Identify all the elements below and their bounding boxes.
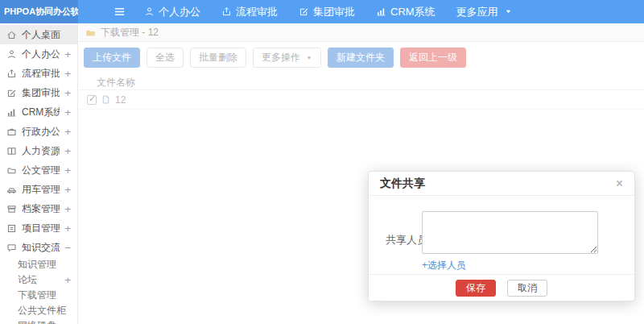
nav-menu-item-label: 集团审批 [313,5,355,19]
book-icon [6,146,17,156]
sidebar-subitem[interactable]: 公共文件柜 [0,303,77,318]
app-window: PHPOA协同办公软件 个人办公 流程审批 [0,0,644,324]
sidebar-item-label: 流程审批 [22,67,60,81]
nav-menu-item-label: 流程审批 [236,5,278,19]
car-icon [6,185,17,195]
sidebar-item[interactable]: 个人办公 + [0,44,77,64]
nav-menu-item[interactable]: 集团审批 [288,0,365,23]
user-icon [144,6,155,17]
sidebar-item[interactable]: 用车管理 + [0,180,77,199]
expand-toggle[interactable]: + [64,222,71,235]
nav-menu-item-label: 更多应用 [456,5,498,19]
file-table-header: 文件名称 [79,75,644,90]
dialog-body: 共享人员 +选择人员 [369,196,634,274]
sidebar-subitem[interactable]: 网络硬盘 [0,318,77,324]
close-icon[interactable]: × [616,177,623,190]
file-icon [101,94,111,105]
edit-icon [6,88,17,98]
edit-icon [299,6,309,17]
arch-icon [6,204,17,214]
sidebar-subitem-label: 论坛 [18,273,60,287]
sidebar-subitem[interactable]: 知识管理 [0,257,77,272]
nav-menu-item-label: CRM系统 [390,5,436,19]
sidebar-item-label: 个人桌面 [22,28,66,42]
sidebar-item-label: 知识交流 [22,241,60,255]
expand-toggle[interactable]: + [64,87,71,99]
sidebar-item[interactable]: 公文管理 + [0,160,77,180]
sidebar-item[interactable]: 行政办公 + [0,122,77,141]
dialog-footer: 保存 取消 [369,274,634,301]
sidebar-item[interactable]: 集团审批 + [0,83,77,102]
sidebar-main-items: 个人桌面 个人办公 + 流程审批 + 集团审批 [0,25,77,257]
sidebar-item[interactable]: CRM系统 + [0,102,77,122]
expand-toggle[interactable]: + [64,274,71,286]
save-button[interactable]: 保存 [456,280,496,297]
top-navbar: PHPOA协同办公软件 个人办公 流程审批 [0,0,644,23]
go-back-button[interactable]: 返回上一级 [400,48,466,68]
breadcrumb-text: 下载管理 - 12 [101,26,159,39]
upload-file-button[interactable]: 上传文件 [84,48,140,68]
sidebar-subitem-label: 知识管理 [18,258,66,272]
expand-toggle[interactable]: + [64,145,71,157]
sidebar-item[interactable]: 项目管理 + [0,218,77,238]
sidebar-item-label: 档案管理 [22,202,60,216]
more-actions-label: 更多操作 [262,51,300,64]
flow-icon [221,6,232,17]
sidebar-item-label: 集团审批 [22,86,60,100]
more-actions-dropdown[interactable]: 更多操作 [253,48,321,68]
caret-down-icon [505,8,512,15]
new-folder-button[interactable]: 新建文件夹 [328,48,394,68]
expand-toggle[interactable]: − [64,242,71,254]
expand-toggle[interactable]: + [64,203,71,215]
select-all-button[interactable]: 全选 [147,48,184,68]
sidebar-subitem[interactable]: 下载管理 [0,288,77,303]
breadcrumb: 下载管理 - 12 [79,23,644,42]
dialog-header: 文件共享 × [369,172,634,196]
sidebar-submenu: 知识管理 论坛 + 下载管理 公共文件柜 [0,257,77,324]
expand-toggle[interactable]: + [64,126,71,138]
nav-menu-item[interactable]: 个人办公 [134,0,211,23]
chart-icon [376,6,386,17]
sidebar-item[interactable]: 知识交流 − [0,238,77,257]
file-row[interactable]: 12 [79,90,644,110]
batch-delete-button[interactable]: 批量删除 [190,48,246,68]
hamburger-icon [114,6,126,18]
main-menu: 个人办公 流程审批 集团审批 CRM系统 [134,0,522,23]
expand-toggle[interactable]: + [64,106,71,118]
folder-icon [85,27,96,38]
hamburger-menu-button[interactable] [114,6,126,18]
chart-icon [6,107,17,118]
sidebar-subitem[interactable]: 论坛 + [0,272,77,288]
expand-toggle[interactable]: + [64,48,71,60]
choose-people-link[interactable]: +选择人员 [422,259,466,272]
nav-menu-item[interactable]: 流程审批 [211,0,288,23]
nav-menu-item[interactable]: 更多应用 [446,0,522,23]
sidebar: 个人桌面 个人办公 + 流程审批 + 集团审批 [0,23,78,324]
sidebar-item-label: 人力资源 [22,144,60,158]
row-checkbox[interactable] [87,95,97,105]
sidebar-item[interactable]: 人力资源 + [0,141,77,160]
sidebar-item-label: 用车管理 [22,183,60,197]
sidebar-item[interactable]: 流程审批 + [0,64,77,83]
share-people-textarea[interactable] [422,211,598,254]
expand-toggle[interactable]: + [64,68,71,80]
flow-icon [6,69,17,79]
sidebar-item[interactable]: 档案管理 + [0,199,77,218]
nav-menu-item[interactable]: CRM系统 [365,0,446,23]
sidebar-item-label: CRM系统 [22,106,60,119]
file-table-body: 12 [79,90,644,110]
nav-menu-item-label: 个人办公 [159,5,200,19]
file-name-column-header: 文件名称 [97,76,135,89]
app-logo: PHPOA协同办公软件 [0,0,78,23]
sidebar-item-label: 公文管理 [22,164,60,177]
cancel-button[interactable]: 取消 [507,280,547,297]
sidebar-item-label: 个人办公 [22,48,60,61]
expand-toggle[interactable]: + [64,164,71,177]
sidebar-subitem-label: 下载管理 [18,289,66,302]
expand-toggle[interactable]: + [64,184,71,196]
file-share-dialog: 文件共享 × 共享人员 +选择人员 保存 取消 [368,171,635,301]
sidebar-item[interactable]: 个人桌面 [0,25,77,44]
chat-icon [6,243,17,253]
file-name: 12 [115,94,126,106]
sidebar-item-label: 项目管理 [22,222,60,235]
